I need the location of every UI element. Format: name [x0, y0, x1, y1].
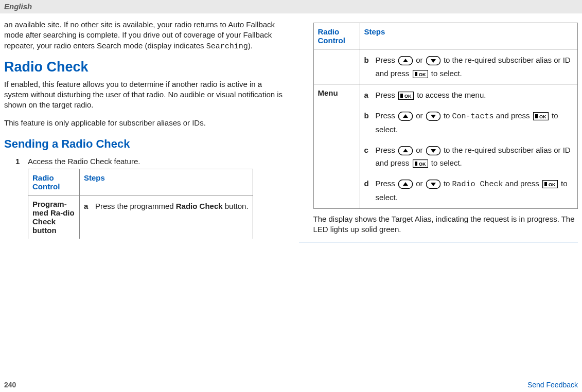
svg-rect-11	[535, 114, 538, 118]
right-col-indent: Radio Control Steps b Press or	[313, 23, 578, 235]
ok-button-icon: OK	[413, 159, 428, 168]
substep-text-post: button.	[223, 202, 249, 210]
substep-body: Press or to Con-tacts and press OK to se…	[376, 109, 574, 136]
substep: a Press OK to access the menu.	[364, 88, 574, 102]
text: to access the menu.	[417, 91, 486, 99]
substep-letter: a	[84, 200, 95, 213]
ok-button-icon: OK	[533, 112, 549, 120]
steps-table-right: Radio Control Steps b Press or	[313, 23, 578, 209]
svg-text:OK: OK	[419, 162, 426, 167]
substep-body: Press or to the re-quired subscriber ali…	[376, 144, 574, 170]
svg-text:OK: OK	[549, 182, 556, 187]
substep: d Press or to Radio Check and press OK t…	[364, 177, 574, 204]
text: or	[416, 111, 425, 120]
mono-text: Con-tacts	[452, 112, 494, 121]
up-arrow-button-icon	[398, 146, 413, 155]
substep-text-bold: Radio Check	[176, 202, 223, 210]
ok-button-icon: OK	[398, 92, 414, 100]
svg-rect-6	[400, 94, 403, 98]
row-steps-cell: a Press the programmed Radio Check butto…	[80, 195, 253, 239]
intro-mono: Searching	[206, 42, 248, 51]
radio-check-desc-2: This feature is only applicable for subs…	[4, 118, 284, 128]
substep-letter: d	[364, 177, 376, 204]
steps-table-left: Radio Control Steps Program-med Ra-dio C…	[28, 169, 253, 239]
table-header-steps: Steps	[80, 169, 253, 195]
text: to select.	[431, 158, 462, 167]
substep: b Press or to the re-quired subscriber a…	[364, 54, 574, 80]
substep-body: Press the programmed Radio Check button.	[95, 200, 249, 213]
svg-rect-3	[415, 72, 417, 76]
down-arrow-button-icon	[426, 112, 440, 121]
subsection-heading-sending: Sending a Radio Check	[4, 137, 284, 151]
text: or	[416, 179, 425, 188]
substep: a Press the programmed Radio Check butto…	[84, 200, 249, 213]
row-label-menu: Menu	[313, 84, 360, 209]
content-columns: an available site. If no other site is a…	[0, 13, 582, 245]
down-arrow-button-icon	[426, 56, 440, 65]
mono-text: Radio Check	[452, 180, 503, 189]
left-column: an available site. If no other site is a…	[4, 20, 284, 245]
row-label-programmed-button: Program-med Ra-dio Check button	[28, 195, 80, 239]
substep-body: Press or to Radio Check and press OK to …	[376, 177, 574, 204]
substep-letter: c	[364, 144, 376, 170]
down-arrow-button-icon	[426, 180, 440, 189]
list-item: 1 Access the Radio Check feature. Radio …	[15, 157, 284, 239]
text: to select.	[431, 69, 462, 78]
step-number: 1	[15, 157, 28, 239]
text: Press	[376, 146, 398, 154]
text: Press	[376, 91, 398, 99]
table-row: Program-med Ra-dio Check button a Press …	[28, 195, 253, 239]
substep: b Press or to Con-tacts and press OK to …	[364, 109, 574, 136]
divider	[299, 242, 578, 242]
substep-body: Press OK to access the menu.	[376, 88, 574, 102]
section-heading-radio-check: Radio Check	[4, 59, 284, 75]
substep-letter: b	[364, 54, 376, 80]
intro-close: ).	[248, 41, 253, 50]
send-feedback-link[interactable]: Send Feedback	[527, 381, 578, 389]
text: Press	[376, 179, 398, 188]
substep-letter: b	[364, 109, 376, 136]
table-header-steps: Steps	[360, 23, 578, 49]
intro-paragraph: an available site. If no other site is a…	[4, 20, 284, 52]
row-steps-cell: b Press or to the re-quired subscriber a…	[360, 49, 578, 84]
table-row: Menu a Press OK to access the menu. b	[313, 84, 578, 209]
ok-button-icon: OK	[413, 70, 428, 78]
step-body: Access the Radio Check feature. Radio Co…	[28, 157, 253, 239]
svg-rect-21	[544, 182, 547, 186]
substep-letter: a	[364, 88, 376, 102]
substep-text-pre: Press the programmed	[95, 202, 176, 210]
svg-text:OK: OK	[404, 94, 412, 99]
up-arrow-button-icon	[398, 112, 413, 121]
header-language: English	[4, 2, 32, 11]
table-row: b Press or to the re-quired subscriber a…	[313, 49, 578, 84]
page-number: 240	[4, 381, 16, 389]
page-footer: 240 Send Feedback	[0, 381, 582, 389]
row-label-empty	[313, 49, 360, 84]
substep: c Press or to the re-quired subscriber a…	[364, 144, 574, 170]
down-arrow-button-icon	[426, 146, 440, 155]
ok-button-icon: OK	[542, 180, 558, 188]
row-steps-cell: a Press OK to access the menu. b Press	[360, 84, 578, 209]
numbered-list: 1 Access the Radio Check feature. Radio …	[15, 157, 284, 239]
table-header-radio-control: Radio Control	[313, 23, 360, 49]
after-table-paragraph: The display shows the Target Alias, indi…	[313, 214, 578, 235]
step-text: Access the Radio Check feature.	[28, 157, 253, 166]
up-arrow-button-icon	[398, 180, 413, 189]
text: to	[444, 179, 452, 188]
svg-text:OK: OK	[419, 72, 426, 77]
text: or	[416, 146, 425, 154]
svg-text:OK: OK	[539, 114, 546, 119]
substep-body: Press or to the re-quired subscriber ali…	[376, 54, 574, 80]
text: and press	[503, 179, 541, 188]
svg-rect-16	[415, 162, 417, 166]
text: to	[444, 111, 452, 120]
up-arrow-button-icon	[398, 56, 413, 65]
text: and press	[494, 111, 532, 120]
text: Press	[376, 56, 398, 64]
table-header-radio-control: Radio Control	[28, 169, 80, 195]
text: Press	[376, 111, 398, 120]
page-header: English	[0, 0, 582, 13]
right-column: Radio Control Steps b Press or	[299, 20, 578, 245]
text: or	[416, 56, 425, 64]
radio-check-desc-1: If enabled, this feature allows you to d…	[4, 79, 284, 111]
